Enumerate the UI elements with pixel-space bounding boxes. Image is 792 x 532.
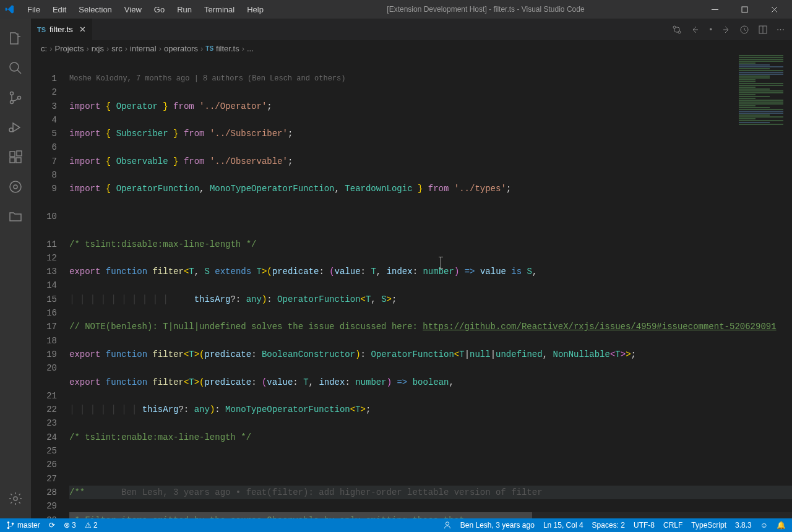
language-mode[interactable]: TypeScript [691, 521, 726, 530]
svg-rect-8 [10, 158, 15, 163]
breadcrumb-item[interactable]: operators [164, 44, 198, 53]
svg-rect-7 [10, 152, 15, 157]
svg-rect-9 [16, 158, 21, 163]
svg-point-18 [7, 521, 10, 524]
indentation[interactable]: Spaces: 2 [592, 521, 625, 530]
svg-point-4 [11, 101, 14, 104]
svg-rect-10 [17, 151, 22, 156]
minimize-button[interactable] [703, 0, 728, 19]
menu-view[interactable]: View [119, 2, 147, 17]
maximize-button[interactable] [733, 0, 757, 19]
editor-area: TS filter.ts ✕ • ⋯ c:› Projects› rxjs› s… [31, 19, 792, 518]
editor-actions: • ⋯ [672, 25, 792, 35]
menu-go[interactable]: Go [149, 2, 170, 17]
history-icon[interactable] [739, 25, 749, 35]
breadcrumb[interactable]: c:› Projects› rxjs› src› internal› opera… [31, 40, 792, 56]
settings-icon[interactable] [1, 484, 30, 513]
folder-panel-icon[interactable] [1, 202, 30, 231]
gitlens-blame-icon[interactable] [443, 521, 452, 530]
cursor-position[interactable]: Ln 15, Col 4 [543, 521, 583, 530]
typescript-version[interactable]: 3.8.3 [735, 521, 752, 530]
svg-point-15 [678, 31, 681, 33]
back-icon[interactable] [691, 25, 700, 35]
breadcrumb-item[interactable]: rxjs [92, 44, 104, 53]
tab-close-icon[interactable]: ✕ [79, 25, 86, 34]
svg-point-11 [14, 185, 17, 189]
menu-file[interactable]: File [22, 2, 45, 17]
breadcrumb-item[interactable]: ... [247, 44, 254, 53]
notifications-icon[interactable]: 🔔 [777, 521, 786, 530]
svg-rect-0 [712, 9, 718, 10]
window-controls [703, 0, 787, 19]
breadcrumb-item[interactable]: Projects [54, 44, 84, 53]
tab-filter-ts[interactable]: TS filter.ts ✕ [31, 19, 93, 40]
gitlens-icon[interactable] [1, 172, 30, 202]
svg-point-2 [10, 62, 19, 71]
svg-point-6 [9, 128, 13, 132]
close-button[interactable] [762, 0, 787, 19]
menu-terminal[interactable]: Terminal [199, 2, 239, 17]
explorer-icon[interactable] [1, 24, 30, 53]
text-cursor [441, 257, 441, 269]
tabs-bar: TS filter.ts ✕ • ⋯ [31, 19, 792, 40]
more-actions-icon[interactable]: ⋯ [777, 25, 785, 35]
titlebar: File Edit Selection View Go Run Terminal… [0, 0, 792, 19]
svg-point-21 [446, 522, 449, 525]
horizontal-scrollbar[interactable] [69, 512, 792, 518]
compare-changes-icon[interactable] [672, 25, 682, 35]
breadcrumb-item[interactable]: internal [130, 44, 157, 53]
vscode-icon [5, 4, 15, 14]
feedback-icon[interactable]: ☺ [760, 521, 768, 530]
minimap[interactable] [736, 54, 792, 178]
breadcrumb-item[interactable]: src [111, 44, 122, 53]
menu-run[interactable]: Run [172, 2, 197, 17]
svg-point-12 [10, 181, 21, 192]
scrollbar-thumb[interactable] [69, 512, 532, 518]
extensions-icon[interactable] [1, 142, 30, 172]
gitlens-header: Moshe Kolodny, 7 months ago | 8 authors … [69, 71, 792, 85]
encoding[interactable]: UTF-8 [634, 521, 655, 530]
problems-errors[interactable]: ⊗ 3 [64, 521, 76, 530]
search-icon[interactable] [1, 53, 30, 83]
svg-point-13 [14, 497, 17, 500]
tab-label: filter.ts [50, 25, 73, 34]
titlebar-left: File Edit Selection View Go Run Terminal… [5, 2, 269, 17]
forward-icon[interactable] [721, 25, 731, 35]
source-control-icon[interactable] [1, 83, 30, 113]
split-editor-icon[interactable] [758, 25, 768, 35]
breadcrumb-item[interactable]: c: [41, 44, 47, 53]
svg-rect-1 [742, 7, 747, 12]
typescript-icon: TS [37, 26, 46, 33]
activity-bar [0, 19, 31, 518]
breadcrumb-item[interactable]: TS filter.ts [205, 44, 239, 53]
svg-point-19 [7, 527, 10, 530]
eol[interactable]: CRLF [663, 521, 682, 530]
menu-selection[interactable]: Selection [74, 2, 116, 17]
window-title: [Extension Development Host] - filter.ts… [387, 5, 584, 14]
problems-warnings[interactable]: ⚠ 2 [85, 521, 98, 530]
git-branch[interactable]: master [6, 521, 40, 530]
gutter: 1234567891011121314151617181920212223242… [31, 56, 69, 518]
debug-icon[interactable] [1, 113, 30, 142]
menu-help[interactable]: Help [242, 2, 269, 17]
code-content[interactable]: Moshe Kolodny, 7 months ago | 8 authors … [69, 56, 792, 518]
gitlens-blame-status[interactable]: Ben Lesh, 3 years ago [460, 521, 535, 530]
status-bar: master ⟳ ⊗ 3 ⚠ 2 Ben Lesh, 3 years ago L… [0, 518, 792, 532]
gitlens-inline-blame: Ben Lesh, 3 years ago • feat(filter): ad… [121, 487, 543, 497]
svg-point-3 [11, 92, 14, 95]
sync-button[interactable]: ⟳ [49, 521, 55, 530]
code-area[interactable]: 1234567891011121314151617181920212223242… [31, 56, 792, 518]
dot-icon[interactable]: • [709, 25, 712, 35]
menu-edit[interactable]: Edit [48, 2, 71, 17]
svg-point-14 [673, 26, 676, 28]
svg-point-20 [12, 523, 14, 525]
